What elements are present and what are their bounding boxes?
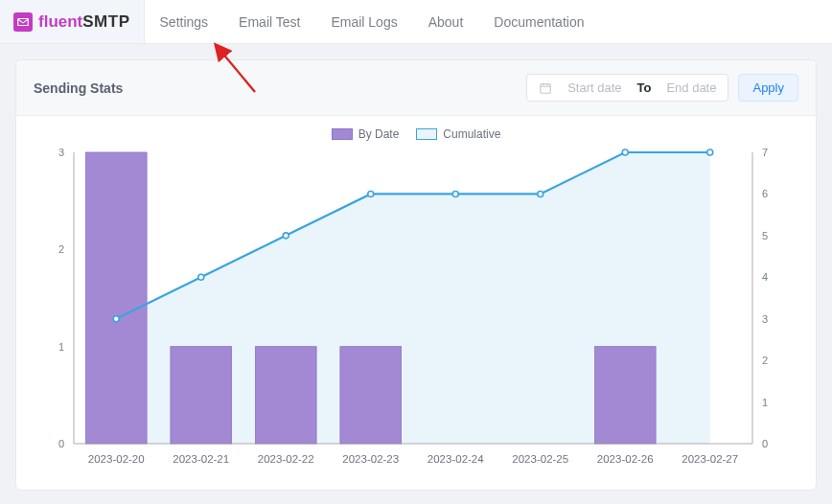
svg-rect-16	[255, 347, 316, 444]
nav-documentation[interactable]: Documentation	[478, 0, 599, 44]
svg-text:0: 0	[58, 438, 64, 449]
svg-text:3: 3	[58, 147, 64, 158]
svg-rect-14	[85, 152, 147, 444]
svg-point-25	[368, 191, 374, 196]
svg-text:2023-02-22: 2023-02-22	[258, 453, 314, 465]
svg-rect-18	[594, 347, 656, 444]
svg-text:3: 3	[762, 313, 768, 325]
brand[interactable]: fluentSMTP	[0, 0, 145, 43]
svg-point-26	[452, 191, 458, 196]
svg-point-27	[538, 191, 543, 196]
nav-email-test[interactable]: Email Test	[223, 0, 315, 44]
svg-text:1: 1	[58, 341, 64, 353]
svg-text:5: 5	[762, 230, 768, 241]
svg-text:2: 2	[762, 355, 768, 366]
svg-text:2023-02-24: 2023-02-24	[428, 453, 484, 465]
date-to-label: To	[637, 80, 652, 95]
panel-header: Sending Stats Start date To End date App…	[16, 60, 816, 116]
svg-text:2023-02-20: 2023-02-20	[88, 453, 145, 465]
svg-text:2023-02-27: 2023-02-27	[682, 453, 738, 465]
chart-container: By Date Cumulative 0123012345672023-02-2…	[16, 116, 816, 490]
svg-rect-15	[171, 347, 232, 444]
svg-point-29	[707, 149, 713, 155]
nav-about[interactable]: About	[413, 0, 479, 44]
svg-text:4: 4	[762, 271, 768, 283]
chart-legend: By Date Cumulative	[39, 127, 793, 141]
svg-text:6: 6	[762, 188, 768, 199]
nav-settings[interactable]: Settings	[145, 0, 224, 44]
svg-text:2023-02-26: 2023-02-26	[597, 453, 654, 465]
svg-point-23	[198, 274, 204, 280]
nav-items: Settings Email Test Email Logs About Doc…	[145, 0, 600, 44]
svg-point-22	[113, 316, 119, 322]
svg-text:2023-02-23: 2023-02-23	[342, 453, 399, 465]
legend-cumulative[interactable]: Cumulative	[416, 127, 500, 141]
stats-panel: Sending Stats Start date To End date App…	[15, 59, 817, 491]
brand-part2: SMTP	[82, 12, 129, 31]
start-date-placeholder: Start date	[567, 80, 621, 95]
legend-line-label: Cumulative	[443, 127, 500, 141]
svg-point-28	[622, 149, 628, 155]
svg-rect-1	[541, 83, 551, 92]
legend-bar-label: By Date	[358, 127, 400, 141]
legend-by-date[interactable]: By Date	[332, 127, 400, 141]
svg-text:2023-02-25: 2023-02-25	[512, 453, 568, 465]
apply-button[interactable]: Apply	[738, 74, 798, 102]
legend-swatch-bar	[332, 128, 353, 140]
nav-email-logs[interactable]: Email Logs	[315, 0, 412, 44]
calendar-icon	[539, 81, 552, 95]
svg-text:1: 1	[762, 397, 768, 408]
brand-text: fluentSMTP	[38, 12, 130, 32]
legend-swatch-line	[416, 128, 437, 140]
top-nav: fluentSMTP Settings Email Test Email Log…	[0, 0, 832, 44]
svg-text:2023-02-21: 2023-02-21	[173, 453, 229, 465]
svg-point-24	[283, 233, 289, 239]
sending-stats-chart: 0123012345672023-02-202023-02-212023-02-…	[39, 147, 787, 472]
svg-text:0: 0	[762, 438, 768, 449]
date-range-input[interactable]: Start date To End date	[526, 74, 728, 102]
date-range-picker: Start date To End date Apply	[526, 74, 798, 102]
svg-text:7: 7	[762, 147, 768, 158]
end-date-placeholder: End date	[666, 80, 716, 95]
envelope-icon	[13, 12, 33, 32]
svg-rect-17	[340, 347, 402, 444]
brand-part1: fluent	[38, 12, 82, 31]
panel-title: Sending Stats	[34, 80, 123, 96]
svg-text:2: 2	[58, 243, 64, 255]
